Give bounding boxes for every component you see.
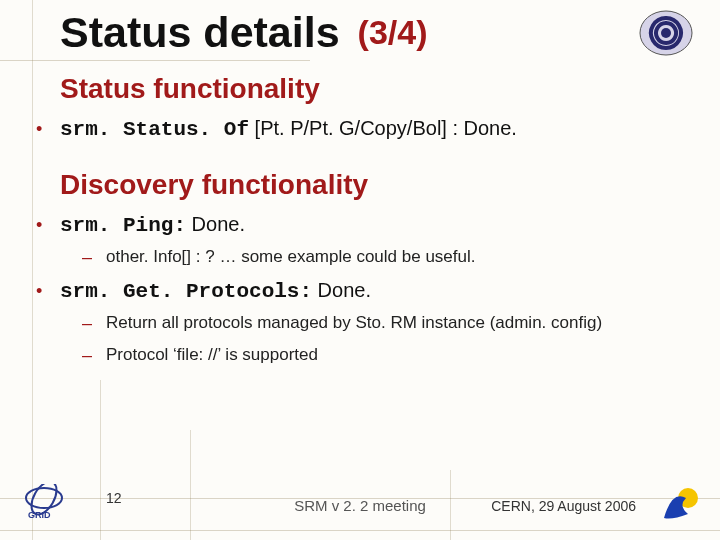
slide-title: Status details [60,8,340,57]
slide-body: Status functionality srm. Status. Of [Pt… [0,73,720,365]
sub-list: other. Info[] : ? … some example could b… [102,247,670,267]
fn-name: srm. Status. Of [60,118,249,141]
sub-item: Return all protocols managed by Sto. RM … [102,313,670,333]
status-list: srm. Status. Of [Pt. P/Pt. G/Copy/Bol] :… [50,117,670,141]
section-heading-status: Status functionality [60,73,670,105]
fn-desc: [Pt. P/Pt. G/Copy/Bol] : Done. [249,117,517,139]
fn-name: srm. Ping: [60,214,186,237]
footer-place-date: CERN, 29 August 2006 [491,498,636,514]
decor-hline [0,60,310,61]
decor-hline [0,530,720,531]
svg-point-1 [661,28,671,38]
sub-list: Return all protocols managed by Sto. RM … [102,313,670,365]
swirl-icon [638,8,694,58]
enabling-grids-logo-icon [658,484,702,524]
sub-item: Protocol ‘file: //’ is supported [102,345,670,365]
discovery-list: srm. Ping: Done. other. Info[] : ? … som… [50,213,670,365]
section-heading-discovery: Discovery functionality [60,169,670,201]
fn-name: srm. Get. Protocols: [60,280,312,303]
list-item: srm. Ping: Done. other. Info[] : ? … som… [50,213,670,267]
title-row: Status details (3/4) [0,0,720,57]
list-item: srm. Get. Protocols: Done. Return all pr… [50,279,670,365]
sub-item: other. Info[] : ? … some example could b… [102,247,670,267]
footer: GRID 12 SRM v 2. 2 meeting CERN, 29 Augu… [0,482,720,528]
list-item: srm. Status. Of [Pt. P/Pt. G/Copy/Bol] :… [50,117,670,141]
fn-desc: Done. [186,213,245,235]
fn-desc: Done. [312,279,371,301]
slide-count: (3/4) [358,13,428,52]
